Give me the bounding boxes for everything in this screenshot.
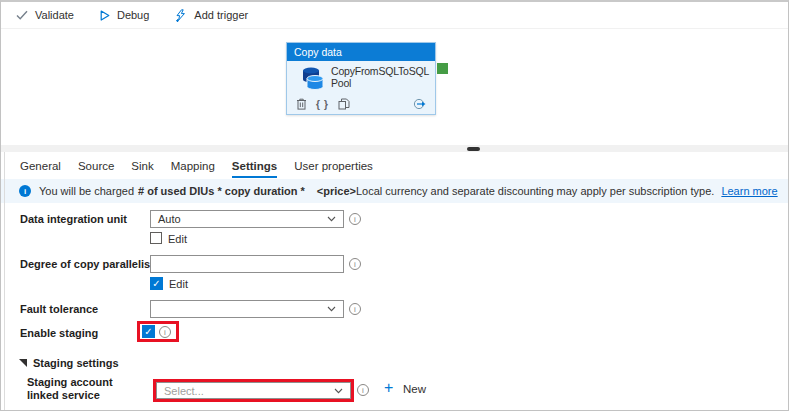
copy-activity-node[interactable]: Copy data [286,42,436,115]
validate-label: Validate [35,9,74,21]
staging-linked-service-info-icon[interactable]: i [357,384,369,396]
diu-label: Data integration unit [20,213,127,225]
fault-tolerance-label: Fault tolerance [20,303,98,315]
tab-mapping[interactable]: Mapping [171,152,215,179]
banner-note: Local currency and separate discounting … [356,185,714,197]
parallelism-info-icon[interactable]: i [349,258,361,270]
diu-value: Auto [158,213,181,225]
enable-staging-info-icon[interactable]: i [159,326,171,338]
validate-check-icon [16,10,28,20]
fault-tolerance-info-icon[interactable]: i [349,303,361,315]
chevron-down-icon [327,306,336,312]
chevron-down-icon [327,216,336,222]
banner-prefix: You will be charged [39,185,134,197]
staging-settings-section-label: Staging settings [33,357,119,369]
canvas-hscrollbar-track[interactable] [1,145,788,152]
active-tab-underline [232,176,277,178]
enable-staging-label: Enable staging [20,327,98,339]
staging-settings-expander[interactable]: Staging settings [19,357,119,369]
copy-data-icon [300,65,326,95]
tab-source[interactable]: Source [78,152,114,179]
diu-dropdown[interactable]: Auto [150,210,344,228]
parallelism-label: Degree of copy parallelism [20,258,160,270]
add-trigger-label: Add trigger [194,9,248,21]
pipeline-editor: Validate Debug Add trigger Copy data [0,0,789,411]
tab-general[interactable]: General [20,152,61,179]
delete-activity-icon[interactable] [296,98,307,110]
clone-activity-icon[interactable] [338,98,350,110]
validate-button[interactable]: Validate [16,9,74,21]
toolbar: Validate Debug Add trigger [1,2,788,29]
canvas-hscrollbar-thumb[interactable] [467,147,480,151]
learn-more-link[interactable]: Learn more [721,185,777,197]
activity-actions: { } [287,95,435,113]
activity-type-header: Copy data [287,43,435,61]
parallelism-edit-checkbox[interactable]: ✓ [150,277,163,290]
new-linked-service-plus-icon[interactable]: + [384,381,393,395]
tab-settings[interactable]: Settings [232,152,277,179]
debug-label: Debug [117,9,149,21]
staging-linked-service-dropdown[interactable]: Select... [156,382,351,399]
expander-triangle-icon [19,357,27,369]
debug-button[interactable]: Debug [100,9,149,21]
add-trigger-button[interactable]: Add trigger [175,9,248,22]
fault-tolerance-dropdown[interactable] [150,300,344,318]
banner-formula: # of used DIUs * copy duration * [138,185,305,197]
new-linked-service-button[interactable]: New [403,383,426,395]
diu-info-icon[interactable]: i [349,213,361,225]
info-icon: i [19,185,31,197]
billing-info-banner: i You will be charged # of used DIUs * c… [1,179,788,203]
tab-sink[interactable]: Sink [131,152,153,179]
staging-linked-service-label: Staging account linked service [27,376,141,402]
add-output-icon[interactable] [413,98,428,110]
tab-user-properties[interactable]: User properties [294,152,373,179]
activity-name: CopyFromSQLToSQLPool [331,65,434,89]
code-braces-icon[interactable]: { } [316,99,329,110]
trigger-lightning-icon [175,9,187,22]
debug-play-icon [100,10,110,21]
chevron-down-icon [334,388,343,394]
diu-edit-label: Edit [168,233,187,245]
staging-linked-service-placeholder: Select... [164,385,204,397]
banner-price: <price> [317,185,356,197]
activity-tabs: General Source Sink Mapping Settings Use… [1,152,788,179]
enable-staging-checkbox[interactable]: ✓ [142,325,155,338]
pipeline-canvas[interactable]: Copy data [1,29,788,145]
parallelism-input[interactable] [150,255,344,273]
diu-edit-checkbox[interactable] [150,232,162,244]
parallelism-edit-label: Edit [169,278,188,290]
activity-success-port[interactable] [437,63,448,74]
panel-left-edge [4,152,5,411]
